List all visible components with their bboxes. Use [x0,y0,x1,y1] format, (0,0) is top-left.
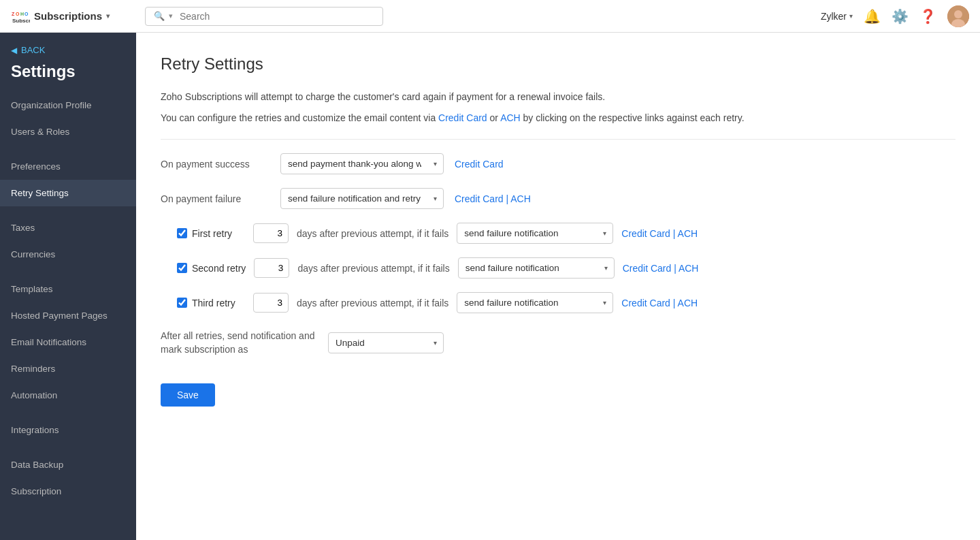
second-retry-links[interactable]: Credit Card | ACH [623,263,699,274]
first-retry-label: First retry [192,228,232,239]
sidebar-item-retry-settings[interactable]: Retry Settings [0,180,136,206]
search-dropdown-icon[interactable]: ▾ [169,12,173,20]
payment-success-select[interactable]: send payment thank-you along with ... se… [280,153,444,174]
second-retry-label: Second retry [192,263,246,274]
sidebar-title: Settings [0,59,136,92]
layout: ◀ BACK Settings Organization Profile Use… [0,33,980,540]
sidebar-item-data-backup[interactable]: Data Backup [0,451,136,478]
first-retry-action-select[interactable]: send failure notification send failure n… [457,223,613,244]
final-status-select-wrapper: Unpaid Cancelled Paused ▾ [328,332,444,353]
top-nav: Z O H O Subscriptions Subscriptions ▾ 🔍 … [0,0,980,33]
final-status-select[interactable]: Unpaid Cancelled Paused [328,332,444,353]
final-label: After all retries, send notification and… [161,330,317,356]
info-line1: Zoho Subscriptions will attempt to charg… [161,90,956,104]
info-line2-mid: or [490,112,501,123]
first-retry-row: First retry days after previous attempt,… [177,223,956,244]
divider [161,139,956,140]
svg-text:Z: Z [12,12,15,16]
nav-right: Zylker ▾ 🔔 ⚙️ ❓ [821,5,969,27]
back-arrow-icon: ◀ [11,46,17,55]
first-retry-action-wrapper: send failure notification send failure n… [457,223,613,244]
search-icon: 🔍 [154,11,165,21]
back-label: BACK [21,45,45,55]
second-retry-checkbox-label[interactable]: Second retry [177,263,246,274]
second-retry-action-wrapper: send failure notification send failure n… [458,257,615,279]
sidebar-item-taxes[interactable]: Taxes [0,215,136,241]
page-title: Retry Settings [161,54,956,74]
sidebar-item-reminders[interactable]: Reminders [0,355,136,382]
svg-text:O: O [16,12,20,16]
third-retry-days-input[interactable] [253,293,289,313]
payment-failure-select-wrapper: send failure notification and retry send… [280,188,444,209]
search-box[interactable]: 🔍 ▾ [145,7,383,26]
first-retry-days-text: days after previous attempt, if it fails [297,228,448,239]
payment-success-label: On payment success [161,159,270,170]
bell-icon[interactable]: 🔔 [864,8,881,25]
third-retry-row: Third retry days after previous attempt,… [177,292,956,313]
settings-icon[interactable]: ⚙️ [892,8,909,25]
sidebar-item-preferences[interactable]: Preferences [0,153,136,180]
failure-links[interactable]: Credit Card | ACH [455,193,531,204]
third-retry-days-text: days after previous attempt, if it fails [297,298,448,308]
info-line2-prefix: You can configure the retries and custom… [161,112,438,123]
app-logo[interactable]: Z O H O Subscriptions Subscriptions ▾ [11,7,137,26]
third-retry-checkbox-label[interactable]: Third retry [177,298,245,308]
payment-success-select-wrapper: send payment thank-you along with ... se… [280,153,444,174]
back-button[interactable]: ◀ BACK [0,33,136,59]
first-retry-checkbox[interactable] [177,228,187,238]
third-retry-links[interactable]: Credit Card | ACH [621,298,698,308]
sidebar: ◀ BACK Settings Organization Profile Use… [0,33,136,540]
avatar[interactable] [947,5,969,27]
sidebar-item-organization-profile[interactable]: Organization Profile [0,92,136,118]
first-retry-days-input[interactable] [253,223,289,243]
app-chevron-icon: ▾ [106,12,110,20]
retry-section: First retry days after previous attempt,… [161,223,956,313]
zoho-logo-icon: Z O H O Subscriptions [11,7,30,26]
svg-text:O: O [24,12,29,16]
ach-link-info[interactable]: ACH [500,112,521,123]
payment-failure-label: On payment failure [161,193,270,204]
svg-text:H: H [20,12,24,16]
second-retry-checkbox[interactable] [177,263,187,273]
payment-failure-row: On payment failure send failure notifica… [161,188,956,209]
third-retry-label: Third retry [192,298,235,308]
save-button[interactable]: Save [161,383,215,407]
sidebar-item-templates[interactable]: Templates [0,276,136,302]
success-credit-card-link[interactable]: Credit Card [455,159,504,170]
svg-point-7 [954,10,962,18]
payment-success-row: On payment success send payment thank-yo… [161,153,956,174]
first-retry-checkbox-label[interactable]: First retry [177,228,245,239]
first-retry-links[interactable]: Credit Card | ACH [621,228,698,239]
sidebar-item-integrations[interactable]: Integrations [0,417,136,443]
final-row: After all retries, send notification and… [161,330,956,356]
app-name: Subscriptions [34,10,102,22]
user-name: Zylker [821,11,847,22]
sidebar-item-email-notifications[interactable]: Email Notifications [0,329,136,355]
sidebar-item-users-roles[interactable]: Users & Roles [0,118,136,145]
third-retry-checkbox[interactable] [177,298,187,308]
user-menu[interactable]: Zylker ▾ [821,11,853,22]
main-content: Retry Settings Zoho Subscriptions will a… [136,33,980,540]
payment-failure-select[interactable]: send failure notification and retry send… [280,188,444,209]
second-retry-row: Second retry days after previous attempt… [177,257,956,279]
info-line2-suffix: by clicking on the respective links agai… [523,112,745,123]
second-retry-days-input[interactable] [254,258,289,278]
avatar-image [947,5,969,27]
sidebar-item-automation[interactable]: Automation [0,382,136,409]
save-section: Save [161,383,956,407]
second-retry-days-text: days after previous attempt, if it fails [297,263,449,274]
sidebar-item-currencies[interactable]: Currencies [0,241,136,268]
help-icon[interactable]: ❓ [919,8,936,25]
svg-text:Subscriptions: Subscriptions [12,18,30,24]
credit-card-link-info[interactable]: Credit Card [438,112,487,123]
sidebar-item-hosted-payment-pages[interactable]: Hosted Payment Pages [0,302,136,329]
third-retry-action-select[interactable]: send failure notification send failure n… [457,292,613,313]
sidebar-item-subscription[interactable]: Subscription [0,478,136,505]
third-retry-action-wrapper: send failure notification send failure n… [457,292,613,313]
info-line2: You can configure the retries and custom… [161,111,956,125]
second-retry-action-select[interactable]: send failure notification send failure n… [458,257,615,279]
search-input[interactable] [180,11,374,22]
user-chevron-icon: ▾ [849,12,853,20]
